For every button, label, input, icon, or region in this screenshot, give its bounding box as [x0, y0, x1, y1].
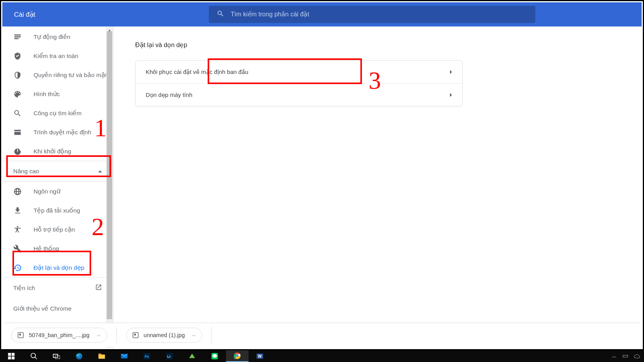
sidebar-item-language[interactable]: Ngôn ngữ [2, 182, 113, 201]
sidebar-item-label: Trình duyệt mặc định [34, 129, 91, 136]
annotation-box-3 [208, 58, 362, 84]
system-tray[interactable]: ︿ [612, 353, 644, 360]
windows-taskbar[interactable]: Ps Lr W ︿ [0, 350, 644, 362]
annotation-box-2 [12, 251, 91, 276]
scrollbar-track[interactable]: ▲ ▼ [106, 26, 113, 348]
sidebar-item-label: Tệp đã tải xuống [34, 207, 80, 214]
start-button[interactable] [0, 350, 23, 362]
svg-line-9 [35, 357, 37, 359]
section-title: Đặt lại và dọn dẹp [135, 41, 620, 49]
taskbar-app-lightroom[interactable]: Lr [158, 350, 181, 362]
sidebar-item-label: Ngôn ngữ [34, 188, 60, 195]
power-icon [13, 147, 22, 156]
image-file-icon [132, 332, 139, 339]
sidebar-item-safety-check[interactable]: Kiểm tra an toàn [2, 46, 113, 65]
svg-rect-14 [99, 353, 101, 355]
sidebar-item-about-chrome[interactable]: Giới thiệu về Chrome [2, 298, 113, 319]
download-filename: unnamed (1).jpg [144, 332, 185, 338]
sidebar-item-label: Quyền riêng tư và bảo mật [34, 72, 107, 79]
card-row-label: Dọn dẹp máy tính [146, 91, 192, 98]
download-item[interactable]: 50749_ban_phim_....jpg ︿ [11, 328, 107, 343]
download-filename: 50749_ban_phim_....jpg [29, 332, 90, 338]
page-title: Cài đặt [2, 11, 209, 19]
globe-icon [13, 187, 22, 196]
svg-rect-10 [53, 354, 58, 357]
svg-rect-26 [623, 355, 628, 357]
search-input[interactable] [231, 11, 528, 18]
sidebar: ▲ ▼ Tự động điền Kiểm tra an toàn Quyền … [2, 26, 113, 348]
svg-rect-6 [8, 357, 11, 360]
sidebar-item-extensions[interactable]: Tiện ích [2, 277, 113, 298]
download-icon [13, 206, 22, 215]
taskbar-app-chrome[interactable] [226, 350, 249, 362]
svg-text:W: W [258, 354, 262, 358]
sidebar-item-label: Công cụ tìm kiếm [34, 110, 81, 117]
svg-rect-7 [12, 357, 15, 360]
annotation-box-1 [6, 155, 111, 177]
chevron-right-icon [450, 70, 452, 74]
downloads-bar: 50749_ban_phim_....jpg ︿ unnamed (1).jpg… [4, 323, 640, 347]
search-button[interactable] [23, 350, 45, 362]
chevron-right-icon [450, 93, 452, 97]
divider [212, 327, 212, 343]
task-view-button[interactable] [45, 350, 68, 362]
cleanup-computer-row[interactable]: Dọn dẹp máy tính [136, 83, 462, 106]
chevron-up-icon[interactable]: ︿ [192, 332, 196, 338]
taskbar-app-generic[interactable] [181, 350, 203, 362]
cloud-icon[interactable] [634, 353, 640, 359]
sidebar-item-label: Khi khởi động [34, 148, 71, 155]
sidebar-item-privacy-security[interactable]: Quyền riêng tư và bảo mật [2, 65, 113, 84]
autofill-icon [13, 33, 22, 41]
shield-icon [13, 71, 22, 79]
annotation-number-3: 3 [369, 66, 381, 95]
svg-point-8 [31, 353, 36, 358]
chevron-up-icon[interactable]: ︿ [97, 332, 101, 338]
tray-chevron-icon[interactable]: ︿ [612, 353, 617, 360]
shield-check-icon [13, 52, 22, 60]
sidebar-item-label: Hình thức [34, 91, 60, 98]
search-bar[interactable] [209, 6, 535, 23]
svg-rect-5 [12, 353, 15, 356]
taskbar-app-explorer[interactable] [90, 350, 113, 362]
sidebar-extensions-label: Tiện ích [13, 285, 35, 292]
svg-rect-3 [134, 334, 136, 336]
image-file-icon [17, 332, 24, 339]
sidebar-item-label: Hỗ trợ tiếp cận [34, 226, 75, 233]
sidebar-item-label: Tự động điền [34, 33, 71, 40]
svg-rect-4 [8, 353, 11, 356]
accessibility-icon [13, 225, 22, 234]
annotation-number-2: 2 [92, 213, 104, 241]
tray-icon[interactable] [622, 353, 628, 359]
open-in-new-icon [95, 284, 102, 292]
download-item[interactable]: unnamed (1).jpg ︿ [126, 328, 203, 343]
search-icon [217, 10, 224, 19]
taskbar-app-photoshop[interactable]: Ps [136, 350, 158, 362]
svg-point-21 [212, 354, 217, 358]
taskbar-app-line[interactable] [203, 350, 226, 362]
divider [116, 327, 117, 343]
browser-icon [13, 128, 22, 137]
annotation-number-1: 1 [94, 114, 107, 142]
taskbar-app-word[interactable]: W [249, 350, 271, 362]
settings-header: Cài đặt [2, 2, 642, 26]
search-icon [13, 109, 22, 118]
taskbar-app-edge[interactable] [68, 350, 90, 362]
palette-icon [13, 90, 22, 98]
sidebar-item-appearance[interactable]: Hình thức [2, 84, 113, 104]
svg-rect-1 [19, 334, 21, 336]
svg-text:Lr: Lr [167, 355, 171, 358]
svg-text:Ps: Ps [145, 355, 149, 358]
sidebar-item-autofill[interactable]: Tự động điền [2, 27, 113, 46]
taskbar-app-mail[interactable] [113, 350, 136, 362]
sidebar-item-label: Kiểm tra an toàn [34, 53, 78, 60]
sidebar-about-label: Giới thiệu về Chrome [13, 305, 72, 312]
